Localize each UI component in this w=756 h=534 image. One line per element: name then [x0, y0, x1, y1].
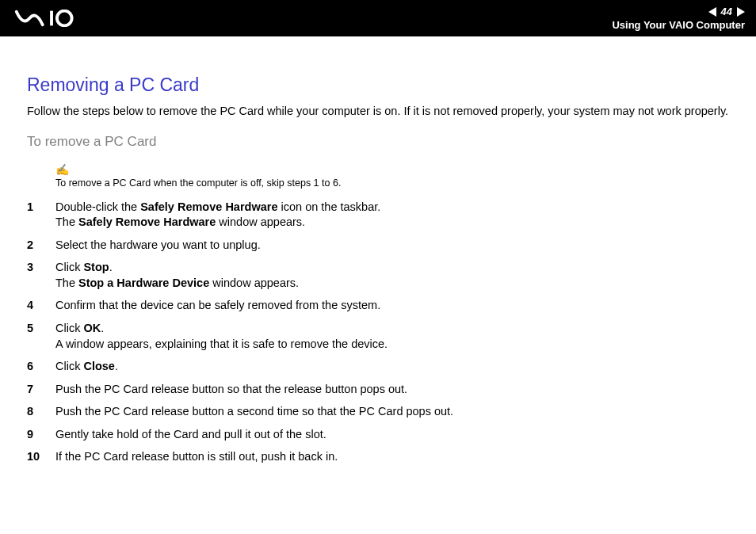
step-number: 10 [27, 449, 55, 465]
next-page-arrow-icon[interactable] [737, 7, 745, 17]
step-item: 10If the PC Card release button is still… [27, 449, 734, 465]
step-number: 3 [27, 260, 55, 276]
step-number: 7 [27, 382, 55, 398]
note-block: ✍ To remove a PC Card when the computer … [55, 162, 734, 189]
page-content: Removing a PC Card Follow the steps belo… [0, 36, 756, 488]
step-item: 5Click OK.A window appears, explaining t… [27, 321, 734, 352]
vaio-logo [14, 0, 101, 36]
steps-list: 1Double-click the Safely Remove Hardware… [27, 200, 734, 465]
step-text: Double-click the Safely Remove Hardware … [55, 200, 734, 231]
step-item: 3Click Stop.The Stop a Hardware Device w… [27, 260, 734, 291]
step-item: 7Push the PC Card release button so that… [27, 382, 734, 398]
header-nav: 44 Using Your VAIO Computer [612, 6, 745, 31]
step-text: Select the hardware you want to unplug. [55, 238, 734, 254]
step-item: 9Gently take hold of the Card and pull i… [27, 427, 734, 443]
step-number: 9 [27, 427, 55, 443]
note-icon: ✍ [55, 163, 69, 176]
svg-rect-0 [50, 11, 53, 26]
step-text: Confirm that the device can be safely re… [55, 298, 734, 314]
main-heading: Removing a PC Card [27, 74, 734, 96]
intro-paragraph: Follow the steps below to remove the PC … [27, 104, 734, 120]
step-text: Click Close. [55, 359, 734, 375]
header-bar: 44 Using Your VAIO Computer [0, 0, 756, 36]
step-number: 2 [27, 238, 55, 254]
note-text: To remove a PC Card when the computer is… [55, 177, 734, 189]
step-item: 8Push the PC Card release button a secon… [27, 404, 734, 420]
page-number: 44 [721, 6, 732, 17]
step-item: 6Click Close. [27, 359, 734, 375]
step-number: 1 [27, 200, 55, 216]
step-text: Click Stop.The Stop a Hardware Device wi… [55, 260, 734, 291]
step-text: Push the PC Card release button so that … [55, 382, 734, 398]
prev-page-arrow-icon[interactable] [708, 7, 716, 17]
step-text: If the PC Card release button is still o… [55, 449, 734, 465]
step-item: 2Select the hardware you want to unplug. [27, 238, 734, 254]
step-text: Push the PC Card release button a second… [55, 404, 734, 420]
step-text: Gently take hold of the Card and pull it… [55, 427, 734, 443]
step-number: 5 [27, 321, 55, 337]
step-number: 6 [27, 359, 55, 375]
step-item: 1Double-click the Safely Remove Hardware… [27, 200, 734, 231]
step-number: 4 [27, 298, 55, 314]
sub-heading: To remove a PC Card [27, 134, 734, 150]
header-section-title: Using Your VAIO Computer [612, 19, 745, 31]
svg-point-1 [57, 11, 72, 26]
step-text: Click OK.A window appears, explaining th… [55, 321, 734, 352]
step-number: 8 [27, 404, 55, 420]
step-item: 4Confirm that the device can be safely r… [27, 298, 734, 314]
